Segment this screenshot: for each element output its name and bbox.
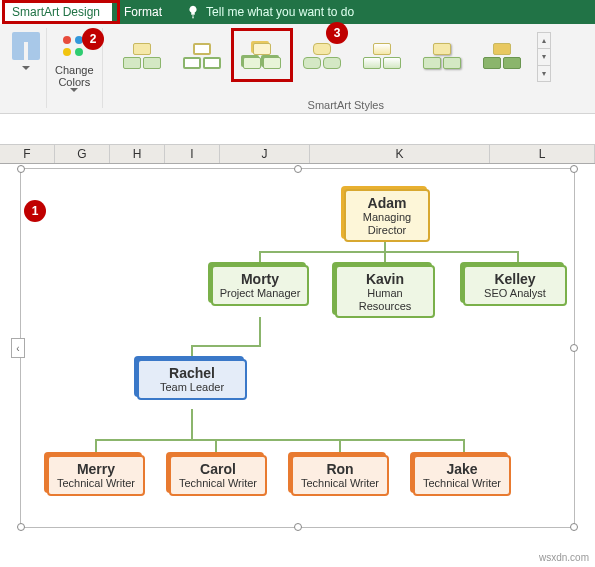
node-name: Merry [55,461,137,477]
style-option-6[interactable] [413,32,471,80]
col-header[interactable]: K [310,145,490,163]
org-node-jake[interactable]: Jake Technical Writer [413,455,511,496]
tell-me-search[interactable]: Tell me what you want to do [174,0,366,24]
connector [384,251,386,265]
style-option-7[interactable] [473,32,531,80]
connector [191,345,261,347]
smartart-styles-gallery: ▴▾▾ SmartArt Styles [103,28,589,113]
connector [517,251,519,265]
org-node-merry[interactable]: Merry Technical Writer [47,455,145,496]
tab-format[interactable]: Format [112,0,174,24]
style-option-5[interactable] [353,32,411,80]
org-node-ron[interactable]: Ron Technical Writer [291,455,389,496]
org-node-morty[interactable]: Morty Project Manager [211,265,309,306]
column-headers: F G H I J K L [0,144,595,164]
node-name: Ron [299,461,381,477]
node-role: Technical Writer [55,477,137,490]
node-name: Carol [177,461,259,477]
resize-handle[interactable] [294,523,302,531]
org-chart: Adam Managing Director Morty Project Man… [29,177,566,519]
connector [215,439,217,453]
worksheet-area: ‹ Adam Managing Director Morty [0,164,595,564]
resize-handle[interactable] [570,165,578,173]
node-name: Kavin [343,271,427,287]
change-colors-label: Change Colors [55,64,94,88]
col-header[interactable]: L [490,145,595,163]
org-node-adam[interactable]: Adam Managing Director [344,189,430,242]
node-role: Team Leader [145,381,239,394]
resize-handle[interactable] [17,523,25,531]
node-name: Rachel [145,365,239,381]
node-role: Technical Writer [421,477,503,490]
callout-3: 3 [326,22,348,44]
connector [95,439,465,441]
chevron-down-icon [70,88,78,94]
chevron-down-icon[interactable] [22,66,30,72]
style-option-3[interactable] [233,32,291,80]
svg-point-2 [63,48,71,56]
tab-smartart-design[interactable]: SmartArt Design [0,0,112,24]
resize-handle[interactable] [570,523,578,531]
styles-group-label: SmartArt Styles [103,99,589,111]
layout-thumb[interactable] [12,32,40,60]
resize-handle[interactable] [570,344,578,352]
ribbon-tabs: SmartArt Design Format Tell me what you … [0,0,595,24]
resize-handle[interactable] [17,165,25,173]
connector [259,251,261,265]
connector [95,439,97,453]
gallery-more-button[interactable]: ▴▾▾ [537,32,551,82]
col-header[interactable]: J [220,145,310,163]
node-role: Human Resources [343,287,427,312]
connector [463,439,465,453]
connector [259,251,519,253]
layouts-group [6,28,46,113]
text-pane-toggle[interactable]: ‹ [11,338,25,358]
node-role: Project Manager [219,287,301,300]
node-role: Technical Writer [299,477,381,490]
node-name: Kelley [471,271,559,287]
connector [259,317,261,347]
node-role: SEO Analyst [471,287,559,300]
col-header[interactable]: H [110,145,165,163]
node-name: Adam [352,195,422,211]
smartart-selection-frame[interactable]: ‹ Adam Managing Director Morty [20,168,575,528]
connector [339,439,341,453]
style-option-2[interactable] [173,32,231,80]
node-role: Managing Director [352,211,422,236]
connector [191,345,193,359]
org-node-rachel[interactable]: Rachel Team Leader [137,359,247,400]
node-name: Jake [421,461,503,477]
org-node-kelley[interactable]: Kelley SEO Analyst [463,265,567,306]
col-header[interactable]: I [165,145,220,163]
tell-me-label: Tell me what you want to do [206,5,354,19]
style-option-1[interactable] [113,32,171,80]
callout-2: 2 [82,28,104,50]
org-node-carol[interactable]: Carol Technical Writer [169,455,267,496]
watermark: wsxdn.com [539,552,589,563]
resize-handle[interactable] [294,165,302,173]
col-header[interactable]: G [55,145,110,163]
node-name: Morty [219,271,301,287]
svg-point-0 [63,36,71,44]
org-node-kavin[interactable]: Kavin Human Resources [335,265,435,318]
callout-1: 1 [24,200,46,222]
lightbulb-icon [186,5,200,19]
node-role: Technical Writer [177,477,259,490]
col-header[interactable]: F [0,145,55,163]
connector [191,409,193,439]
svg-point-3 [75,48,83,56]
